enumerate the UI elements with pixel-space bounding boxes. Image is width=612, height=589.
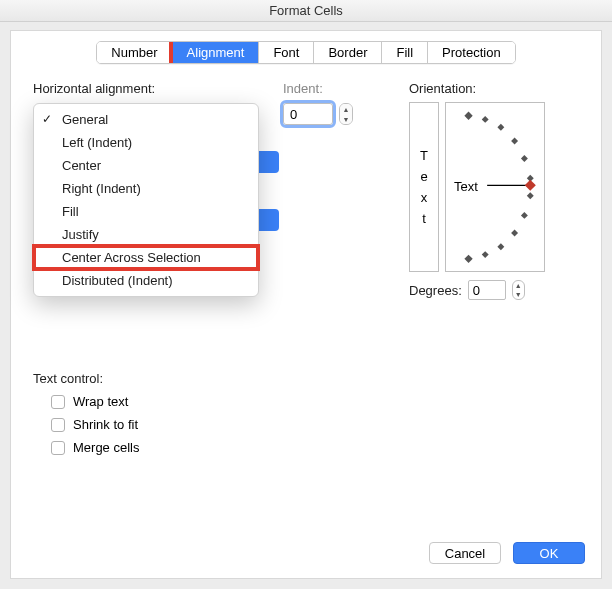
svg-rect-6 xyxy=(527,192,534,199)
svg-rect-9 xyxy=(497,243,504,250)
menu-item-label: Left (Indent) xyxy=(62,135,132,150)
format-cells-window: Format Cells Number Alignment Font Borde… xyxy=(0,0,612,589)
menu-item-label: Distributed (Indent) xyxy=(62,273,173,288)
menu-item-fill[interactable]: Fill xyxy=(34,200,258,223)
check-icon: ✓ xyxy=(42,110,52,129)
orientation-label: Orientation: xyxy=(409,81,579,96)
degrees-label: Degrees: xyxy=(409,283,462,298)
wrap-text-row[interactable]: Wrap text xyxy=(33,394,139,409)
menu-item-distributed-indent[interactable]: Distributed (Indent) xyxy=(34,269,258,292)
horizontal-alignment-label: Horizontal alignment: xyxy=(33,81,155,96)
checkbox-label: Wrap text xyxy=(73,394,128,409)
chevron-up-icon: ▲ xyxy=(513,281,524,290)
vertical-text-letter: t xyxy=(422,211,426,226)
menu-item-label: Right (Indent) xyxy=(62,181,141,196)
menu-item-label: Center xyxy=(62,158,101,173)
dialog-footer: Cancel OK xyxy=(429,542,585,564)
svg-rect-8 xyxy=(511,230,518,237)
menu-item-general[interactable]: ✓ General xyxy=(34,108,258,131)
svg-rect-1 xyxy=(482,116,489,123)
checkbox-shrink-to-fit[interactable] xyxy=(51,418,65,432)
menu-item-right-indent[interactable]: Right (Indent) xyxy=(34,177,258,200)
indent-label: Indent: xyxy=(283,81,323,96)
degrees-input[interactable] xyxy=(468,280,506,300)
menu-item-label: Justify xyxy=(62,227,99,242)
degrees-stepper[interactable]: ▲ ▼ xyxy=(512,280,525,300)
chevron-up-icon: ▲ xyxy=(340,104,352,114)
shrink-to-fit-row[interactable]: Shrink to fit xyxy=(33,417,139,432)
orientation-dial[interactable]: Text xyxy=(445,102,545,272)
chevron-down-icon: ▼ xyxy=(513,290,524,299)
checkbox-label: Merge cells xyxy=(73,440,139,455)
svg-rect-10 xyxy=(482,251,489,258)
indent-stepper[interactable]: ▲ ▼ xyxy=(339,103,353,125)
tab-fill[interactable]: Fill xyxy=(382,42,428,63)
tab-segmented-control: Number Alignment Font Border Fill Protec… xyxy=(96,41,515,64)
tab-bar: Number Alignment Font Border Fill Protec… xyxy=(11,41,601,64)
svg-rect-4 xyxy=(521,155,528,162)
tab-font[interactable]: Font xyxy=(259,42,314,63)
menu-item-label: General xyxy=(62,112,108,127)
vertical-text-letter: e xyxy=(420,169,427,184)
svg-rect-11 xyxy=(464,255,472,263)
tab-protection[interactable]: Protection xyxy=(428,42,515,63)
dialog-content: Number Alignment Font Border Fill Protec… xyxy=(10,30,602,579)
orientation-vertical-text[interactable]: T e x t xyxy=(409,102,439,272)
svg-rect-2 xyxy=(497,124,504,131)
tab-number[interactable]: Number xyxy=(97,42,172,63)
text-control-label: Text control: xyxy=(33,371,139,386)
orientation-group: Orientation: T e x t xyxy=(409,81,579,300)
menu-item-label: Fill xyxy=(62,204,79,219)
svg-rect-7 xyxy=(521,212,528,219)
menu-item-label: Center Across Selection xyxy=(62,250,201,265)
orientation-text-label: Text xyxy=(454,179,478,194)
vertical-text-letter: x xyxy=(421,190,428,205)
tab-border[interactable]: Border xyxy=(314,42,382,63)
svg-rect-3 xyxy=(511,137,518,144)
checkbox-merge-cells[interactable] xyxy=(51,441,65,455)
ok-button[interactable]: OK xyxy=(513,542,585,564)
chevron-down-icon: ▼ xyxy=(340,114,352,124)
indent-input[interactable] xyxy=(283,103,333,125)
svg-rect-0 xyxy=(464,112,472,120)
menu-item-left-indent[interactable]: Left (Indent) xyxy=(34,131,258,154)
alignment-panel: Horizontal alignment: ✓ General Left (In… xyxy=(33,81,579,518)
vertical-text-letter: T xyxy=(420,148,428,163)
cancel-button[interactable]: Cancel xyxy=(429,542,501,564)
horizontal-alignment-menu: ✓ General Left (Indent) Center Right (In… xyxy=(33,103,259,297)
svg-rect-13 xyxy=(525,180,536,191)
text-control-group: Text control: Wrap text Shrink to fit Me… xyxy=(33,371,139,455)
menu-item-justify[interactable]: Justify xyxy=(34,223,258,246)
checkbox-wrap-text[interactable] xyxy=(51,395,65,409)
indent-group: Indent: ▲ ▼ xyxy=(283,81,323,96)
window-title: Format Cells xyxy=(0,0,612,22)
menu-item-center[interactable]: Center xyxy=(34,154,258,177)
menu-item-center-across-selection[interactable]: Center Across Selection xyxy=(34,246,258,269)
merge-cells-row[interactable]: Merge cells xyxy=(33,440,139,455)
tab-alignment[interactable]: Alignment xyxy=(173,42,260,63)
checkbox-label: Shrink to fit xyxy=(73,417,138,432)
